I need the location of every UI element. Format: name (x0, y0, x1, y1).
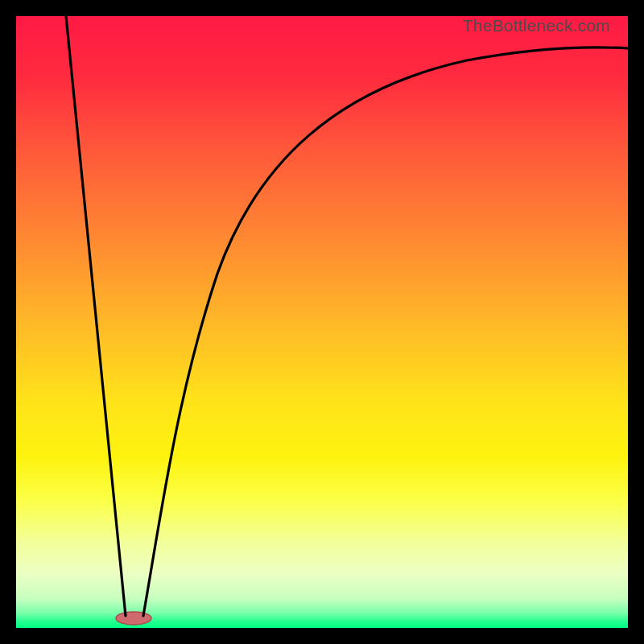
curve-left-branch (66, 16, 126, 616)
chart-frame: TheBottleneck.com (16, 16, 628, 628)
watermark-label: TheBottleneck.com (463, 16, 610, 35)
curve-right-branch (143, 47, 628, 616)
optimal-marker (116, 612, 151, 625)
chart-curves (16, 16, 628, 628)
